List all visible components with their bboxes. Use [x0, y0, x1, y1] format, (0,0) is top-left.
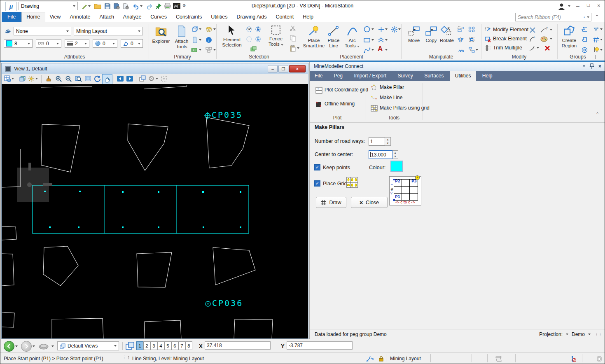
locks-icon[interactable] — [377, 355, 385, 363]
tab-drawing-aids[interactable]: Drawing Aids — [232, 12, 271, 22]
panel-tab-survey[interactable]: Survey — [392, 71, 418, 81]
statusbar-drag-dots[interactable]: ⋮ — [122, 355, 126, 359]
break-element-label[interactable]: Break Element — [493, 36, 527, 42]
drop-dropdown[interactable] — [600, 28, 603, 30]
tab-annotate[interactable]: Annotate — [65, 12, 95, 22]
view-toggle-3[interactable]: 3 — [150, 341, 157, 350]
select-previous-icon[interactable] — [250, 45, 258, 53]
stretch-icon[interactable] — [457, 46, 465, 54]
trim-multiple-label[interactable]: Trim Multiple — [493, 45, 522, 51]
create-complex-shape-icon[interactable] — [580, 35, 589, 44]
panel-tab-surfaces[interactable]: Surfaces — [419, 71, 448, 81]
extend-dropdown[interactable] — [550, 29, 552, 30]
array-icon[interactable] — [457, 25, 465, 33]
view-toggle-6[interactable]: 6 — [171, 341, 178, 350]
colour-swatch[interactable] — [390, 161, 403, 172]
view-next-icon[interactable] — [126, 75, 134, 83]
create-complex-chain-icon[interactable] — [580, 25, 589, 33]
search-dropdown[interactable] — [587, 16, 589, 18]
search-input[interactable] — [516, 14, 584, 20]
zoom-in-icon[interactable] — [54, 75, 63, 83]
element-info-icon[interactable]: i — [205, 36, 213, 44]
close-button[interactable]: × — [597, 2, 600, 9]
zoom-out-icon[interactable] — [64, 75, 72, 83]
pan-view-button[interactable] — [102, 74, 112, 84]
move-parallel-icon[interactable] — [467, 46, 476, 54]
minimize-button[interactable]: – — [576, 2, 579, 9]
flash-dropdown[interactable] — [398, 28, 401, 30]
add-to-group-icon[interactable] — [580, 46, 589, 54]
ellipse-tool-icon[interactable] — [363, 25, 371, 33]
view-toggle-8[interactable]: 8 — [185, 341, 192, 350]
window-area-icon[interactable] — [74, 75, 82, 83]
priority-combo[interactable]: 0 — [121, 39, 143, 48]
element-selection-button[interactable]: Element Selection — [220, 25, 243, 48]
modify-element-icon[interactable] — [484, 26, 492, 34]
select-none-icon[interactable] — [245, 35, 253, 43]
panel-title-bar[interactable]: MineModeller Connect × — [310, 62, 605, 71]
user-icon[interactable] — [557, 2, 565, 10]
point-dropdown[interactable] — [385, 28, 388, 30]
view-toggle-1[interactable]: 1 — [136, 341, 143, 350]
active-element-combo[interactable]: None — [14, 27, 71, 35]
panel-tab-file[interactable]: File — [310, 71, 327, 81]
extend-icon[interactable]: 2 — [540, 26, 548, 34]
multiline-dropdown[interactable] — [385, 39, 388, 41]
selection-set-icon[interactable] — [495, 355, 503, 363]
trim-dropdown[interactable] — [537, 47, 539, 49]
place-smartline-button[interactable]: Place SmartLine — [304, 25, 324, 49]
offline-mining-icon[interactable] — [315, 100, 323, 108]
x-coordinate-field[interactable] — [205, 341, 271, 350]
select-by-attributes-icon[interactable] — [245, 25, 253, 33]
line-style-combo[interactable]: 0 — [36, 39, 61, 48]
view-brightness-icon[interactable] — [27, 75, 35, 83]
panel-collapse-icon[interactable]: ⌃ — [596, 112, 599, 117]
quick-group-icon[interactable] — [592, 46, 600, 54]
make-pillars-grid-label[interactable]: Make Pillars using grid — [380, 105, 430, 111]
tab-help[interactable]: Help — [298, 12, 318, 22]
paste-icon[interactable] — [289, 44, 297, 52]
paste-dropdown[interactable] — [297, 47, 299, 49]
modify-element-label[interactable]: Modify Element — [493, 27, 528, 33]
levels-dropdown[interactable] — [213, 28, 216, 30]
fit-view-icon[interactable] — [84, 75, 92, 83]
break-element-icon[interactable] — [484, 35, 492, 43]
rotate-view-icon[interactable] — [93, 75, 101, 83]
models-dropdown[interactable] — [199, 28, 201, 30]
active-element-template-icon[interactable] — [4, 27, 12, 35]
tab-view[interactable]: View — [45, 12, 65, 22]
cache-status-icon[interactable] — [595, 355, 603, 363]
clip-mask-icon[interactable] — [160, 75, 168, 83]
intersect-icon[interactable] — [528, 26, 537, 34]
change-attributes-dropdown[interactable] — [550, 38, 552, 40]
make-line-icon[interactable] — [370, 94, 378, 102]
arc-tools-button[interactable]: Arc Tools — [343, 25, 361, 49]
brightness-dropdown[interactable] — [35, 78, 38, 79]
view-groups-icon[interactable] — [125, 341, 135, 351]
attach-tools-button[interactable]: Attach Tools — [172, 25, 192, 49]
view-toggle-5[interactable]: 5 — [164, 341, 171, 350]
delete-icon[interactable] — [543, 44, 551, 52]
create-region-button[interactable]: Create Region — [559, 25, 579, 49]
levels-icon[interactable] — [205, 25, 213, 33]
roadways-input[interactable]: 1 — [369, 137, 385, 146]
trim-multiple-icon[interactable] — [484, 44, 492, 52]
view-minimize-button[interactable]: – — [268, 65, 278, 72]
view-restore-button[interactable]: ❐ — [278, 65, 288, 72]
align-icon[interactable] — [467, 35, 476, 44]
grid-groups-icon[interactable] — [592, 35, 600, 44]
panel-tab-help[interactable]: Help — [477, 71, 498, 81]
models-icon[interactable] — [191, 25, 199, 33]
view-toggle-7[interactable]: 7 — [178, 341, 185, 350]
view-toggle-2[interactable]: 2 — [143, 341, 150, 350]
plot-coordinate-grid-icon[interactable] — [315, 86, 323, 94]
panel-tab-peg[interactable]: Peg — [329, 71, 348, 81]
level-combo[interactable]: Mining Layout — [74, 27, 143, 35]
markups-dropdown[interactable] — [213, 49, 216, 51]
polygon-dropdown[interactable] — [371, 39, 374, 41]
place-grid-checkbox[interactable]: ✓ — [314, 180, 320, 187]
groups-dialog-launcher[interactable] — [595, 55, 600, 59]
move-button[interactable]: Move — [406, 26, 422, 43]
panel-menu-dropdown[interactable] — [583, 65, 585, 67]
tab-curves[interactable]: Curves — [146, 12, 171, 22]
